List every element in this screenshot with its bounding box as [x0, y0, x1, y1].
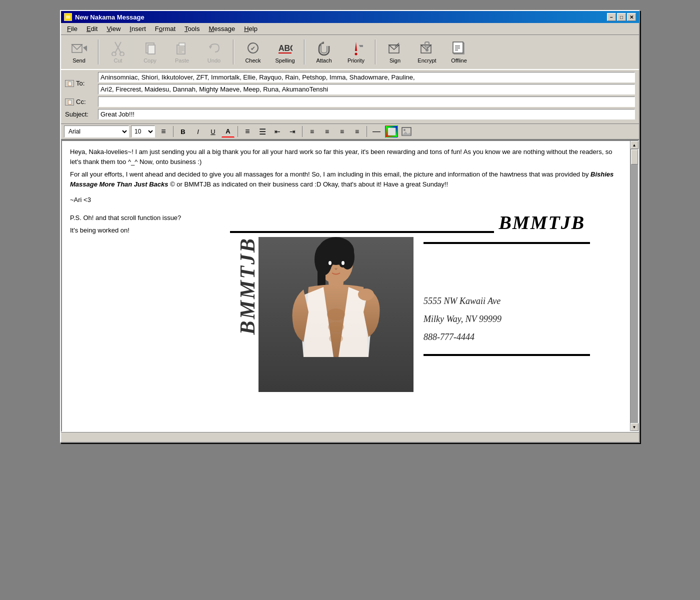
spelling-button[interactable]: ABC Spelling: [270, 37, 300, 67]
biz-side-logo: BMMTJB: [230, 237, 264, 334]
encrypt-label: Encrypt: [418, 58, 436, 64]
decrease-indent-button[interactable]: ⇤: [271, 126, 284, 138]
offline-button[interactable]: Offline: [444, 37, 474, 67]
biz-address: 5555 NW Kawaii Ave Milky Way, NV 99999 8…: [424, 292, 590, 346]
svg-point-47: [358, 288, 374, 300]
insert-image-button[interactable]: [400, 126, 413, 138]
cut-button[interactable]: Cut: [103, 37, 133, 67]
subject-label: Subject:: [65, 110, 95, 118]
body-paragraph-2: For all your efforts, I went ahead and d…: [70, 170, 622, 189]
svg-marker-36: [402, 132, 411, 136]
menu-insert[interactable]: Insert: [126, 24, 150, 34]
align-right-button[interactable]: ≡: [336, 126, 348, 138]
size-select[interactable]: 10: [131, 126, 155, 138]
bold-button[interactable]: B: [176, 126, 190, 138]
bg-color-button[interactable]: ⬜: [385, 126, 398, 138]
ol-button[interactable]: ≡: [241, 126, 254, 138]
cc-row: 📋 Cc:: [65, 96, 635, 107]
undo-button[interactable]: Undo: [199, 37, 229, 67]
svg-rect-8: [148, 45, 155, 54]
close-button[interactable]: ✕: [627, 13, 636, 21]
paste-button[interactable]: Paste: [167, 37, 197, 67]
indent-button[interactable]: ≡: [157, 126, 170, 138]
svg-marker-14: [209, 46, 212, 49]
biz-address-line2: Milky Way, NV 99999: [424, 310, 590, 328]
compose-area[interactable]: Heya, Naka-lovelies~! I am just sending …: [62, 141, 630, 431]
svg-marker-2: [83, 46, 87, 52]
scroll-up-button[interactable]: ▲: [630, 141, 638, 149]
menu-message[interactable]: Message: [204, 24, 239, 34]
cc-input[interactable]: [98, 96, 635, 107]
menu-view[interactable]: View: [102, 24, 124, 34]
email-compose-window: ✉ New Nakama Message − □ ✕ File Edit Vie…: [60, 10, 640, 443]
ul-button[interactable]: ☰: [256, 126, 269, 138]
maximize-button[interactable]: □: [617, 13, 626, 21]
underline-button[interactable]: U: [206, 126, 220, 138]
check-button[interactable]: ✔ Check: [238, 37, 268, 67]
header-fields: 📋 To: 📋 Cc: Subject:: [61, 70, 639, 124]
compose-content: Heya, Naka-lovelies~! I am just sending …: [62, 141, 630, 431]
svg-point-50: [328, 261, 332, 265]
subject-input[interactable]: [98, 109, 635, 120]
justify-button[interactable]: ≡: [350, 126, 364, 138]
svg-point-5: [112, 52, 116, 56]
align-left-button[interactable]: ≡: [306, 126, 318, 138]
menu-tools[interactable]: Tools: [180, 24, 204, 34]
menu-help[interactable]: Help: [240, 24, 262, 34]
increase-indent-button[interactable]: ⇥: [286, 126, 299, 138]
fontcolor-button[interactable]: A: [222, 126, 234, 138]
business-card: BMMTJB BMMTJB: [230, 208, 590, 392]
svg-marker-23: [389, 45, 399, 50]
biz-card-image: [258, 237, 414, 392]
biz-bottom-divider: [424, 354, 590, 356]
undo-icon: [206, 40, 222, 56]
paste-label: Paste: [175, 58, 189, 64]
to-input-line2[interactable]: [98, 84, 635, 94]
minimize-button[interactable]: −: [607, 13, 616, 21]
scroll-track[interactable]: [630, 149, 638, 423]
font-select[interactable]: Arial: [64, 126, 129, 138]
spelling-icon: ABC: [277, 40, 293, 56]
line-button[interactable]: —: [370, 126, 383, 138]
attach-icon: [316, 40, 332, 56]
svg-point-20: [355, 53, 358, 56]
priority-button[interactable]: Priority: [341, 37, 371, 67]
svg-text:ABC: ABC: [278, 44, 292, 52]
priority-label: Priority: [348, 58, 364, 64]
svg-point-44: [327, 308, 345, 320]
menu-file[interactable]: File: [63, 24, 82, 34]
cut-icon: [110, 40, 126, 56]
spelling-label: Spelling: [275, 58, 294, 64]
to-input-line1[interactable]: [98, 72, 635, 82]
menu-edit[interactable]: Edit: [82, 24, 102, 34]
to-icon: 📋: [65, 80, 74, 87]
fmt-sep-2: [238, 126, 238, 137]
fmt-sep-1: [173, 126, 174, 137]
svg-rect-30: [453, 42, 463, 53]
scroll-thumb[interactable]: [631, 150, 638, 164]
toolbar-sep-3: [304, 40, 305, 64]
fmt-sep-4: [366, 126, 367, 137]
scroll-down-button[interactable]: ▼: [630, 423, 638, 431]
italic-button[interactable]: I: [192, 126, 204, 138]
to-label: 📋 To:: [65, 80, 95, 87]
body-paragraph-1: Heya, Naka-lovelies~! I am just sending …: [70, 147, 622, 166]
send-button[interactable]: Send: [64, 37, 94, 67]
align-center-button[interactable]: ≡: [320, 126, 334, 138]
encrypt-button[interactable]: Encrypt: [412, 37, 442, 67]
scrollbar[interactable]: ▲ ▼: [630, 141, 638, 431]
title-controls: − □ ✕: [607, 13, 636, 21]
window-title: New Nakama Message: [75, 14, 144, 21]
sign-icon: [387, 40, 403, 56]
cut-label: Cut: [114, 58, 122, 64]
title-bar-left: ✉ New Nakama Message: [64, 13, 144, 21]
copy-button[interactable]: Copy: [135, 37, 165, 67]
attach-button[interactable]: Attach: [309, 37, 339, 67]
paste-icon: [174, 40, 190, 56]
menu-format[interactable]: Format: [151, 24, 180, 34]
toolbar-sep-4: [375, 40, 376, 64]
sign-button[interactable]: Sign: [380, 37, 410, 67]
cc-label: 📋 Cc:: [65, 98, 95, 106]
biz-address-line3: 888-777-4444: [424, 328, 590, 346]
menu-bar: File Edit View Insert Format Tools Messa…: [61, 23, 639, 35]
